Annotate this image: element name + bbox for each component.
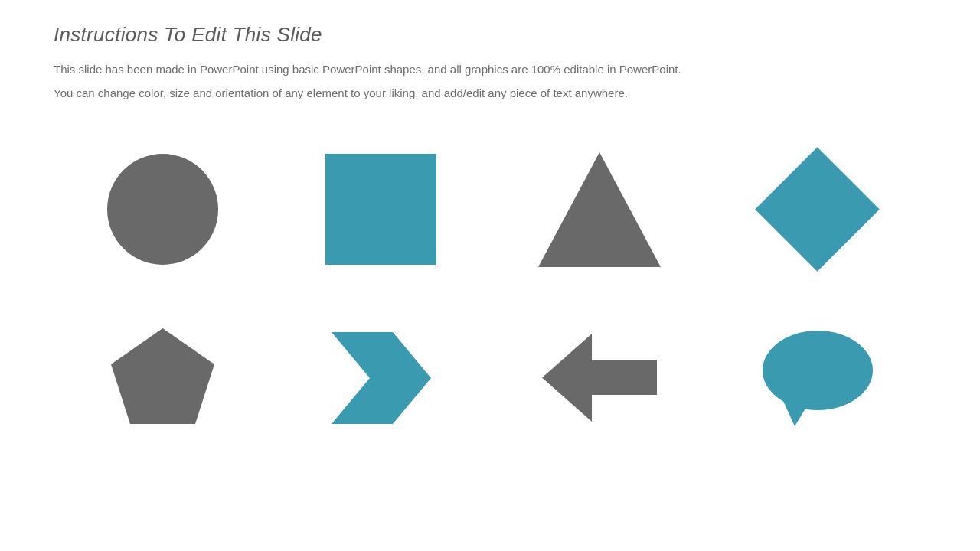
circle-shape <box>107 154 218 265</box>
shape-cell-arrow-left <box>490 302 708 455</box>
square-shape <box>325 154 436 265</box>
shapes-grid <box>54 133 926 455</box>
shape-cell-circle <box>54 133 272 286</box>
chevron-shape <box>332 332 431 424</box>
pentagon-shape <box>107 324 218 432</box>
shape-cell-chevron <box>272 302 490 455</box>
svg-marker-0 <box>111 328 214 424</box>
diamond-shape <box>755 147 880 272</box>
speech-bubble-shape <box>760 328 875 428</box>
description-line2: You can change color, size and orientati… <box>54 84 926 102</box>
shape-cell-pentagon <box>54 302 272 455</box>
triangle-shape <box>538 152 661 267</box>
shape-cell-square <box>272 133 490 286</box>
svg-marker-2 <box>542 334 657 422</box>
slide-title: Instructions To Edit This Slide <box>54 23 926 47</box>
shape-cell-bubble <box>708 302 926 455</box>
svg-point-3 <box>763 331 873 410</box>
arrow-left-shape <box>542 334 657 422</box>
svg-marker-1 <box>332 332 431 424</box>
slide: Instructions To Edit This Slide This sli… <box>0 0 980 551</box>
shape-cell-triangle <box>490 133 708 286</box>
svg-marker-4 <box>783 401 810 426</box>
description-line1: This slide has been made in PowerPoint u… <box>54 60 926 78</box>
shape-cell-diamond <box>708 133 926 286</box>
